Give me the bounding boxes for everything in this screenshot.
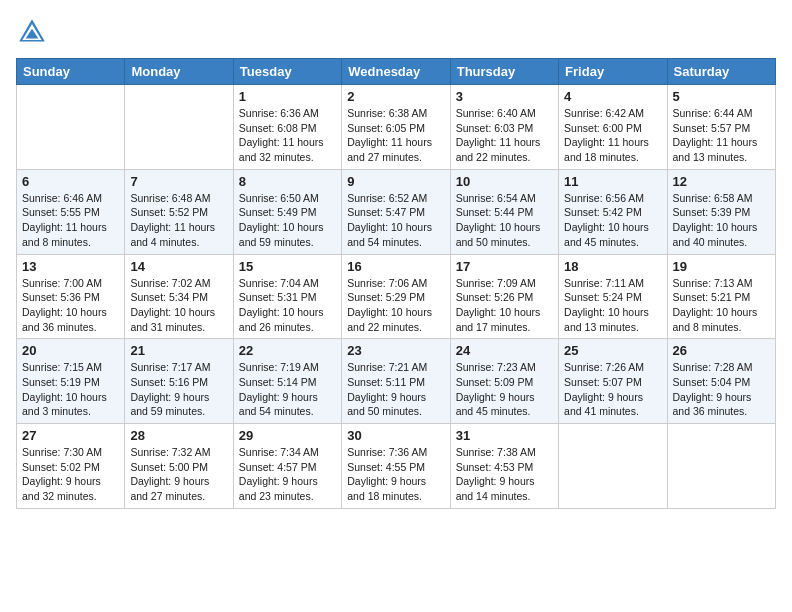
calendar-cell: 23Sunrise: 7:21 AM Sunset: 5:11 PM Dayli… [342, 339, 450, 424]
day-number: 30 [347, 428, 444, 443]
day-info: Sunrise: 7:21 AM Sunset: 5:11 PM Dayligh… [347, 360, 444, 419]
day-number: 1 [239, 89, 336, 104]
calendar-cell: 19Sunrise: 7:13 AM Sunset: 5:21 PM Dayli… [667, 254, 775, 339]
day-info: Sunrise: 6:58 AM Sunset: 5:39 PM Dayligh… [673, 191, 770, 250]
day-info: Sunrise: 7:32 AM Sunset: 5:00 PM Dayligh… [130, 445, 227, 504]
calendar-cell: 21Sunrise: 7:17 AM Sunset: 5:16 PM Dayli… [125, 339, 233, 424]
day-info: Sunrise: 7:30 AM Sunset: 5:02 PM Dayligh… [22, 445, 119, 504]
day-number: 26 [673, 343, 770, 358]
day-info: Sunrise: 7:04 AM Sunset: 5:31 PM Dayligh… [239, 276, 336, 335]
day-number: 12 [673, 174, 770, 189]
day-number: 15 [239, 259, 336, 274]
day-number: 16 [347, 259, 444, 274]
calendar-cell: 4Sunrise: 6:42 AM Sunset: 6:00 PM Daylig… [559, 85, 667, 170]
day-info: Sunrise: 7:28 AM Sunset: 5:04 PM Dayligh… [673, 360, 770, 419]
calendar-cell: 7Sunrise: 6:48 AM Sunset: 5:52 PM Daylig… [125, 169, 233, 254]
day-info: Sunrise: 6:48 AM Sunset: 5:52 PM Dayligh… [130, 191, 227, 250]
weekday-header: Friday [559, 59, 667, 85]
calendar-cell: 2Sunrise: 6:38 AM Sunset: 6:05 PM Daylig… [342, 85, 450, 170]
day-info: Sunrise: 6:50 AM Sunset: 5:49 PM Dayligh… [239, 191, 336, 250]
calendar-cell: 8Sunrise: 6:50 AM Sunset: 5:49 PM Daylig… [233, 169, 341, 254]
day-info: Sunrise: 7:23 AM Sunset: 5:09 PM Dayligh… [456, 360, 553, 419]
day-number: 27 [22, 428, 119, 443]
weekday-header: Wednesday [342, 59, 450, 85]
day-number: 31 [456, 428, 553, 443]
day-info: Sunrise: 6:44 AM Sunset: 5:57 PM Dayligh… [673, 106, 770, 165]
weekday-header: Monday [125, 59, 233, 85]
calendar-cell: 6Sunrise: 6:46 AM Sunset: 5:55 PM Daylig… [17, 169, 125, 254]
day-info: Sunrise: 7:36 AM Sunset: 4:55 PM Dayligh… [347, 445, 444, 504]
day-info: Sunrise: 6:46 AM Sunset: 5:55 PM Dayligh… [22, 191, 119, 250]
calendar-table: SundayMondayTuesdayWednesdayThursdayFrid… [16, 58, 776, 509]
calendar-cell: 22Sunrise: 7:19 AM Sunset: 5:14 PM Dayli… [233, 339, 341, 424]
day-info: Sunrise: 7:34 AM Sunset: 4:57 PM Dayligh… [239, 445, 336, 504]
calendar-cell: 29Sunrise: 7:34 AM Sunset: 4:57 PM Dayli… [233, 424, 341, 509]
day-number: 7 [130, 174, 227, 189]
day-info: Sunrise: 6:40 AM Sunset: 6:03 PM Dayligh… [456, 106, 553, 165]
day-number: 25 [564, 343, 661, 358]
calendar-cell [125, 85, 233, 170]
calendar-cell: 17Sunrise: 7:09 AM Sunset: 5:26 PM Dayli… [450, 254, 558, 339]
day-number: 2 [347, 89, 444, 104]
day-info: Sunrise: 7:19 AM Sunset: 5:14 PM Dayligh… [239, 360, 336, 419]
day-info: Sunrise: 7:15 AM Sunset: 5:19 PM Dayligh… [22, 360, 119, 419]
day-info: Sunrise: 7:09 AM Sunset: 5:26 PM Dayligh… [456, 276, 553, 335]
weekday-header: Thursday [450, 59, 558, 85]
day-number: 5 [673, 89, 770, 104]
day-info: Sunrise: 7:17 AM Sunset: 5:16 PM Dayligh… [130, 360, 227, 419]
day-info: Sunrise: 7:13 AM Sunset: 5:21 PM Dayligh… [673, 276, 770, 335]
logo-icon [16, 16, 48, 48]
day-number: 6 [22, 174, 119, 189]
day-info: Sunrise: 7:26 AM Sunset: 5:07 PM Dayligh… [564, 360, 661, 419]
day-number: 14 [130, 259, 227, 274]
calendar-cell: 28Sunrise: 7:32 AM Sunset: 5:00 PM Dayli… [125, 424, 233, 509]
weekday-header: Tuesday [233, 59, 341, 85]
day-info: Sunrise: 7:00 AM Sunset: 5:36 PM Dayligh… [22, 276, 119, 335]
day-info: Sunrise: 7:06 AM Sunset: 5:29 PM Dayligh… [347, 276, 444, 335]
calendar-cell: 3Sunrise: 6:40 AM Sunset: 6:03 PM Daylig… [450, 85, 558, 170]
day-number: 4 [564, 89, 661, 104]
calendar-cell [667, 424, 775, 509]
day-number: 8 [239, 174, 336, 189]
day-info: Sunrise: 6:52 AM Sunset: 5:47 PM Dayligh… [347, 191, 444, 250]
day-number: 29 [239, 428, 336, 443]
day-number: 21 [130, 343, 227, 358]
day-number: 24 [456, 343, 553, 358]
day-info: Sunrise: 6:42 AM Sunset: 6:00 PM Dayligh… [564, 106, 661, 165]
day-number: 10 [456, 174, 553, 189]
calendar-cell: 24Sunrise: 7:23 AM Sunset: 5:09 PM Dayli… [450, 339, 558, 424]
calendar-cell: 11Sunrise: 6:56 AM Sunset: 5:42 PM Dayli… [559, 169, 667, 254]
calendar-cell: 18Sunrise: 7:11 AM Sunset: 5:24 PM Dayli… [559, 254, 667, 339]
day-number: 23 [347, 343, 444, 358]
day-info: Sunrise: 7:11 AM Sunset: 5:24 PM Dayligh… [564, 276, 661, 335]
calendar-cell: 26Sunrise: 7:28 AM Sunset: 5:04 PM Dayli… [667, 339, 775, 424]
calendar-cell: 5Sunrise: 6:44 AM Sunset: 5:57 PM Daylig… [667, 85, 775, 170]
day-number: 17 [456, 259, 553, 274]
calendar-cell: 20Sunrise: 7:15 AM Sunset: 5:19 PM Dayli… [17, 339, 125, 424]
calendar-cell [559, 424, 667, 509]
calendar-cell: 10Sunrise: 6:54 AM Sunset: 5:44 PM Dayli… [450, 169, 558, 254]
day-number: 11 [564, 174, 661, 189]
calendar-cell: 16Sunrise: 7:06 AM Sunset: 5:29 PM Dayli… [342, 254, 450, 339]
calendar-cell: 14Sunrise: 7:02 AM Sunset: 5:34 PM Dayli… [125, 254, 233, 339]
calendar-cell: 13Sunrise: 7:00 AM Sunset: 5:36 PM Dayli… [17, 254, 125, 339]
logo [16, 16, 52, 48]
calendar-cell: 9Sunrise: 6:52 AM Sunset: 5:47 PM Daylig… [342, 169, 450, 254]
weekday-header: Sunday [17, 59, 125, 85]
day-number: 3 [456, 89, 553, 104]
day-number: 9 [347, 174, 444, 189]
calendar-cell: 12Sunrise: 6:58 AM Sunset: 5:39 PM Dayli… [667, 169, 775, 254]
day-number: 18 [564, 259, 661, 274]
calendar-cell: 31Sunrise: 7:38 AM Sunset: 4:53 PM Dayli… [450, 424, 558, 509]
day-info: Sunrise: 6:56 AM Sunset: 5:42 PM Dayligh… [564, 191, 661, 250]
day-number: 22 [239, 343, 336, 358]
day-info: Sunrise: 6:38 AM Sunset: 6:05 PM Dayligh… [347, 106, 444, 165]
calendar-cell: 15Sunrise: 7:04 AM Sunset: 5:31 PM Dayli… [233, 254, 341, 339]
page-header [16, 16, 776, 48]
calendar-cell [17, 85, 125, 170]
calendar-cell: 1Sunrise: 6:36 AM Sunset: 6:08 PM Daylig… [233, 85, 341, 170]
calendar-cell: 25Sunrise: 7:26 AM Sunset: 5:07 PM Dayli… [559, 339, 667, 424]
calendar-cell: 27Sunrise: 7:30 AM Sunset: 5:02 PM Dayli… [17, 424, 125, 509]
day-info: Sunrise: 7:38 AM Sunset: 4:53 PM Dayligh… [456, 445, 553, 504]
day-number: 28 [130, 428, 227, 443]
